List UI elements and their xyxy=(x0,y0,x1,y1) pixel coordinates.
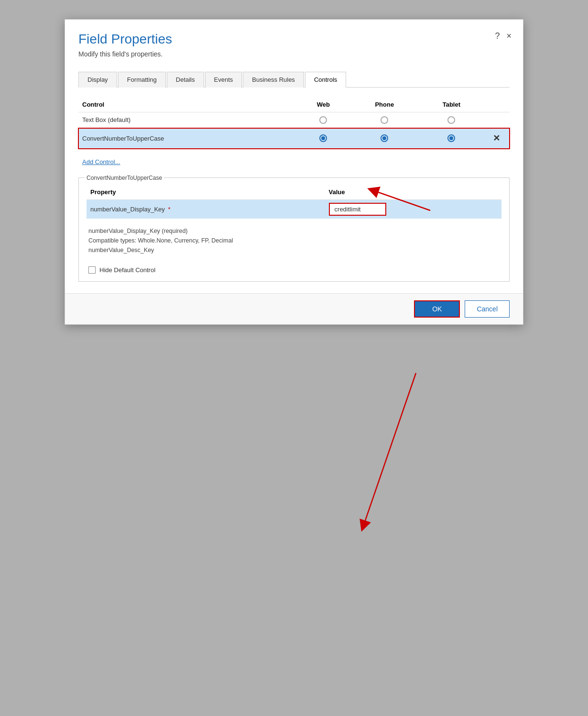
prop-description: numberValue_Display_Key (required) Compa… xyxy=(87,226,501,255)
tab-controls[interactable]: Controls xyxy=(305,72,346,88)
desc-line-3: numberValue_Desc_Key xyxy=(88,245,501,255)
radio-tablet-default[interactable] xyxy=(420,112,485,128)
radio-tablet-selected[interactable] xyxy=(420,128,485,149)
tabs: Display Formatting Details Events Busine… xyxy=(78,71,510,88)
prop-name-cell: numberValue_Display_Key * xyxy=(87,200,325,219)
add-control-link[interactable]: Add Control... xyxy=(82,158,120,165)
props-col-property: Property xyxy=(87,185,325,200)
tab-details[interactable]: Details xyxy=(167,72,204,88)
table-row: Text Box (default) xyxy=(78,112,510,128)
ok-button[interactable]: OK xyxy=(414,300,460,318)
tab-events[interactable]: Events xyxy=(205,72,242,88)
dialog-header: Field Properties Modify this field's pro… xyxy=(65,20,523,64)
close-icon[interactable]: × xyxy=(506,31,512,41)
props-table-row: numberValue_Display_Key * creditlimit xyxy=(87,200,501,219)
section-legend: ConvertNumberToUpperCase xyxy=(85,175,164,181)
control-name-default: Text Box (default) xyxy=(78,112,297,128)
hide-default-row: Hide Default Control xyxy=(87,266,501,274)
help-icon[interactable]: ? xyxy=(495,31,500,41)
table-row[interactable]: ConvertNumberToUpperCase ✕ xyxy=(78,128,510,149)
col-control: Control xyxy=(78,97,297,112)
col-delete xyxy=(485,97,510,112)
tab-display[interactable]: Display xyxy=(78,72,117,88)
radio-circle-web-filled[interactable] xyxy=(319,134,327,142)
col-web: Web xyxy=(297,97,351,112)
dialog-title: Field Properties xyxy=(78,31,510,47)
dialog-header-icons: ? × xyxy=(495,31,512,41)
section-content: Property Value numberValue_Display_Key *… xyxy=(79,185,509,281)
prop-name-label: numberValue_Display_Key xyxy=(90,206,165,213)
svg-line-1 xyxy=(363,373,416,526)
radio-phone-default[interactable] xyxy=(351,112,420,128)
tab-formatting[interactable]: Formatting xyxy=(118,72,166,88)
radio-circle-phone-default[interactable] xyxy=(381,116,388,124)
delete-cell-selected[interactable]: ✕ xyxy=(485,128,510,149)
desc-line-1: numberValue_Display_Key (required) xyxy=(88,226,501,236)
delete-control-button[interactable]: ✕ xyxy=(489,132,504,144)
field-properties-dialog: Field Properties Modify this field's pro… xyxy=(65,19,523,325)
dialog-subtitle: Modify this field's properties. xyxy=(78,50,510,58)
tab-business-rules[interactable]: Business Rules xyxy=(243,72,304,88)
section-box: ConvertNumberToUpperCase Property Value … xyxy=(78,177,510,282)
delete-cell-default xyxy=(485,112,510,128)
radio-circle-tablet-default[interactable] xyxy=(447,116,455,124)
dialog-footer: OK Cancel xyxy=(65,293,523,324)
radio-circle-tablet-filled[interactable] xyxy=(447,134,455,142)
control-name-selected: ConvertNumberToUpperCase xyxy=(78,128,297,149)
required-star: * xyxy=(168,206,170,213)
radio-phone-selected[interactable] xyxy=(351,128,420,149)
radio-web-default[interactable] xyxy=(297,112,351,128)
tabs-container: Display Formatting Details Events Busine… xyxy=(65,71,523,88)
prop-value-box[interactable]: creditlimit xyxy=(329,203,386,216)
prop-value-cell[interactable]: creditlimit xyxy=(325,200,501,219)
props-table: Property Value numberValue_Display_Key *… xyxy=(87,185,501,219)
controls-table-wrapper: Control Web Phone Tablet Text Box (defau… xyxy=(78,97,510,166)
hide-default-label: Hide Default Control xyxy=(99,266,155,274)
cancel-button[interactable]: Cancel xyxy=(465,300,510,318)
desc-line-2: Compatible types: Whole.None, Currency, … xyxy=(88,236,501,245)
col-tablet: Tablet xyxy=(420,97,485,112)
radio-circle-phone-filled[interactable] xyxy=(381,134,388,142)
controls-table: Control Web Phone Tablet Text Box (defau… xyxy=(78,97,510,149)
radio-circle-web-default[interactable] xyxy=(319,116,327,124)
props-col-value: Value xyxy=(325,185,501,200)
dialog-body: Control Web Phone Tablet Text Box (defau… xyxy=(65,88,523,294)
radio-web-selected[interactable] xyxy=(297,128,351,149)
hide-default-checkbox[interactable] xyxy=(88,266,96,274)
col-phone: Phone xyxy=(351,97,420,112)
